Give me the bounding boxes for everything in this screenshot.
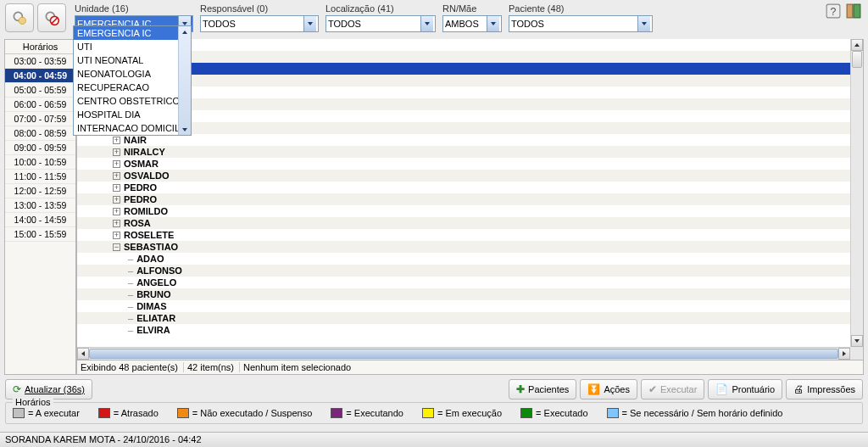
color-swatch-icon [13, 408, 25, 418]
dropdown-item[interactable]: INTERNACAO DOMICILIAR [74, 121, 191, 135]
horario-row[interactable]: 13:00 - 13:59 [5, 198, 75, 213]
chevron-down-icon [487, 16, 499, 31]
horario-row[interactable]: 12:00 - 12:59 [5, 184, 75, 198]
dropdown-item[interactable]: UTI [74, 40, 191, 53]
tree-node-label: ROSA [124, 218, 151, 228]
tree-row[interactable]: –ALFONSO [77, 265, 850, 277]
tree-node-label: BRUNO [136, 289, 170, 299]
responsavel-combo[interactable]: TODOS [200, 15, 319, 32]
unidade-dropdown-list[interactable]: EMERGENCIA ICUTIUTI NEONATALNEONATOLOGIA… [73, 25, 192, 136]
tool-button-2[interactable] [37, 3, 66, 32]
dropdown-item[interactable]: UTI NEONATAL [74, 53, 191, 67]
tree-row[interactable]: +…RLICH [77, 39, 850, 51]
impressoes-button[interactable]: 🖨 Impressões [786, 379, 863, 400]
expand-icon[interactable]: + [113, 137, 120, 144]
paciente-combo[interactable]: TODOS [509, 15, 653, 32]
tree-row[interactable]: +OSVALDO [77, 170, 850, 182]
tree-row[interactable]: +JOSE [77, 75, 850, 87]
tree-row[interactable]: –ADAO [77, 253, 850, 265]
chevron-down-icon [637, 16, 650, 31]
vertical-scrollbar[interactable] [850, 39, 863, 347]
horario-row[interactable]: 07:00 - 07:59 [5, 112, 75, 126]
expand-icon[interactable]: + [113, 148, 120, 156]
tree-row[interactable]: +ES [77, 51, 850, 63]
leaf-icon: – [128, 313, 133, 323]
rnmae-value: AMBOS [445, 19, 479, 29]
tree-row[interactable]: +O [77, 63, 850, 75]
tree-row[interactable]: +NIRALCY [77, 146, 850, 158]
dropdown-item[interactable]: NEONATOLOGIA [74, 67, 191, 81]
executar-button[interactable]: ✔ Executar [641, 379, 704, 400]
legend-title: Horários [13, 397, 53, 407]
tree-node-label: ADAO [136, 254, 164, 264]
scroll-left-icon[interactable] [77, 348, 89, 360]
expand-icon[interactable]: + [113, 220, 120, 227]
horario-row[interactable]: 11:00 - 11:59 [5, 170, 75, 184]
scroll-up-icon[interactable] [851, 39, 863, 51]
tool-button-1[interactable] [5, 3, 34, 32]
tree-row[interactable]: +LUIZ MANOEL [77, 110, 850, 122]
scroll-down-icon[interactable] [851, 335, 863, 347]
expand-icon[interactable]: + [113, 208, 120, 215]
tree-row[interactable]: +PEDRO [77, 193, 850, 205]
tree-row[interactable]: +JUVENAL [77, 98, 850, 110]
dropdown-item[interactable]: HOSPITAL DIA [74, 108, 191, 121]
tree-node-label: ROMILDO [124, 206, 168, 216]
expand-icon[interactable]: + [113, 232, 120, 239]
document-icon: 📄 [715, 383, 728, 395]
horario-row[interactable]: 09:00 - 09:59 [5, 141, 75, 155]
horario-row[interactable]: 15:00 - 15:59 [5, 227, 75, 242]
tree-row[interactable]: –ELIATAR [77, 312, 850, 324]
tree-row[interactable]: –ELVIRA [77, 324, 850, 336]
horario-row[interactable]: 06:00 - 06:59 [5, 98, 75, 112]
acoes-button[interactable]: ⏬ Ações [580, 379, 637, 400]
horizontal-scrollbar[interactable] [77, 347, 850, 360]
help-icon[interactable]: ? [826, 3, 841, 19]
tree-row[interactable]: –DIMAS [77, 300, 850, 312]
collapse-icon[interactable]: − [113, 243, 120, 251]
tree-row[interactable]: +LUZIA [77, 122, 850, 134]
horario-row[interactable]: 08:00 - 08:59 [5, 126, 75, 141]
tree-row[interactable]: +PEDRO [77, 182, 850, 193]
color-swatch-icon [177, 408, 189, 418]
rnmae-label: RN/Mãe [442, 3, 502, 14]
horario-row[interactable]: 14:00 - 14:59 [5, 213, 75, 227]
horario-row[interactable]: 03:00 - 03:59 [5, 54, 75, 69]
tree-row[interactable]: +OSMAR [77, 158, 850, 170]
tree-row[interactable]: +JOSE PAULO [77, 87, 850, 98]
expand-icon[interactable]: + [113, 160, 120, 168]
rnmae-combo[interactable]: AMBOS [442, 15, 502, 32]
dropdown-item[interactable]: RECUPERACAO [74, 81, 191, 94]
dropdown-item[interactable]: CENTRO OBSTETRICO [74, 94, 191, 108]
svg-point-1 [19, 17, 25, 24]
dropdown-scrollbar-icon[interactable] [178, 26, 191, 135]
horario-row[interactable]: 05:00 - 05:59 [5, 83, 75, 98]
tree-row[interactable]: +ROMILDO [77, 205, 850, 217]
tree-row[interactable]: +ROSELETE [77, 229, 850, 241]
tree-row[interactable]: +NAIR [77, 134, 850, 146]
tree-row[interactable]: +ROSA [77, 217, 850, 229]
scroll-right-icon[interactable] [838, 348, 850, 360]
tree-row[interactable]: –BRUNO [77, 288, 850, 300]
prontuario-button[interactable]: 📄 Prontuário [708, 379, 782, 400]
hscroll-thumb[interactable] [89, 349, 838, 359]
exit-icon[interactable] [846, 3, 861, 19]
expand-icon[interactable]: + [113, 196, 120, 204]
legend-label: = Se necessário / Sem horário definido [622, 408, 783, 418]
expand-icon[interactable]: + [113, 184, 120, 192]
pacientes-button[interactable]: ✚ Pacientes [509, 379, 576, 400]
tree-node-label: ROSELETE [124, 230, 174, 240]
localizacao-combo[interactable]: TODOS [326, 15, 436, 32]
expand-icon[interactable]: + [113, 172, 120, 180]
check-icon: ✔ [648, 383, 657, 395]
tree-row[interactable]: −SEBASTIAO [77, 241, 850, 253]
tree-node-label: ALFONSO [136, 265, 182, 276]
dropdown-item[interactable]: EMERGENCIA IC [74, 26, 191, 40]
tree-node-label: PEDRO [124, 182, 157, 193]
status-items: 42 item(ns) [187, 362, 240, 372]
horario-row[interactable]: 04:00 - 04:59 [5, 69, 75, 83]
scroll-thumb[interactable] [852, 51, 862, 68]
tree-row[interactable]: –ANGELO [77, 277, 850, 288]
leaf-icon: – [128, 277, 133, 288]
horario-row[interactable]: 10:00 - 10:59 [5, 155, 75, 170]
